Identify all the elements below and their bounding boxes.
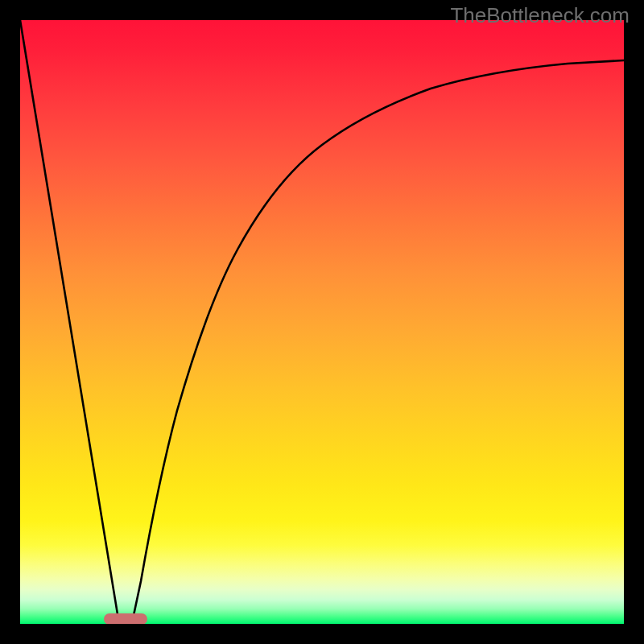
curve-layer — [20, 20, 624, 624]
right-branch-line — [133, 60, 624, 619]
chart-frame: TheBottleneck.com — [0, 0, 644, 644]
left-branch-line — [20, 20, 118, 619]
plot-area — [20, 20, 624, 624]
watermark-text: TheBottleneck.com — [450, 3, 630, 28]
optimal-marker — [104, 613, 147, 624]
